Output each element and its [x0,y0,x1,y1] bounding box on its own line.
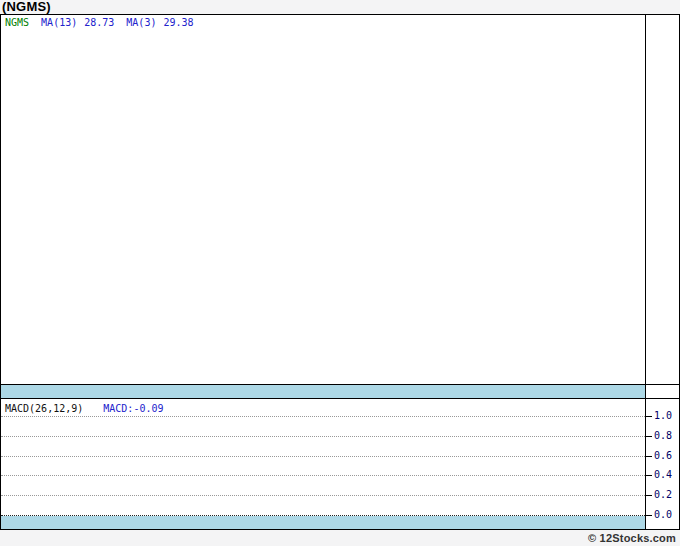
axis-tick-label: 1.0 [654,409,678,423]
divider-band [1,385,645,398]
ma3-label: MA(3) [126,17,156,28]
axis-tick [645,416,652,417]
macd-panel-legend: MACD(26,12,9)MACD:-0.09 [5,403,164,415]
macd-value: MACD:-0.09 [103,403,163,414]
chart-frame: NGMSMA(13)28.73MA(3)29.38 MACD(26,12,9)M… [0,14,680,530]
axis-tick [645,475,652,476]
axis-tick-label: 0.4 [654,468,678,482]
gridline-0.8 [1,436,645,437]
stock-chart-page: (NGMS) NGMSMA(13)28.73MA(3)29.38 MACD(26… [0,0,680,546]
macd-label: MACD(26,12,9) [5,403,83,414]
ticker-label: NGMS [5,17,29,28]
ma3-value: 29.38 [163,17,193,28]
axis-tick [645,495,652,496]
price-panel-legend: NGMSMA(13)28.73MA(3)29.38 [5,17,194,29]
ma13-label: MA(13) [41,17,77,28]
axis-tick [645,436,652,437]
right-axis-line [645,15,646,529]
macd-bottom-band [1,516,645,529]
axis-tick-label: 0.8 [654,429,678,443]
watermark: © 12Stocks.com [0,531,676,546]
gridline-0.2 [1,495,645,496]
ma13-value: 28.73 [84,17,114,28]
axis-tick-label: 0.0 [654,508,678,522]
macd-panel-top-border [1,398,679,399]
axis-tick-label: 0.2 [654,488,678,502]
chart-title: (NGMS) [2,0,51,14]
axis-tick-label: 0.6 [654,449,678,463]
axis-tick [645,515,652,516]
gridline-1.0 [1,416,645,417]
axis-tick [645,456,652,457]
gridline-0.4 [1,475,645,476]
gridline-0.6 [1,456,645,457]
